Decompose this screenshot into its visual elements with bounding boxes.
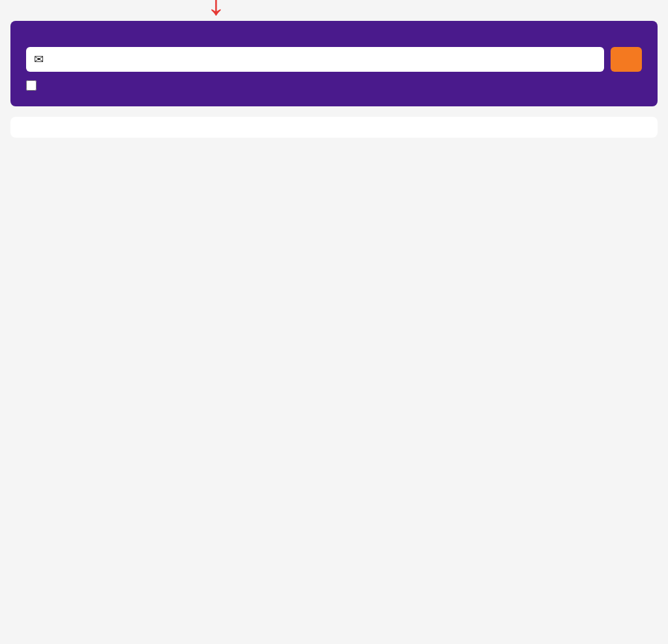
- newsletter-section: ↓ ✉: [10, 21, 658, 106]
- newsletter-form: ✉: [26, 47, 642, 72]
- arrow-indicator: ↓: [206, 0, 226, 21]
- newsletter-checkbox[interactable]: [26, 80, 37, 91]
- email-input[interactable]: [49, 54, 596, 65]
- subscribe-button[interactable]: [611, 47, 642, 72]
- newsletter-consent-row: [26, 80, 642, 91]
- email-input-wrapper: ✉: [26, 47, 604, 72]
- pagination-section: [10, 117, 658, 138]
- email-icon: ✉: [34, 52, 44, 67]
